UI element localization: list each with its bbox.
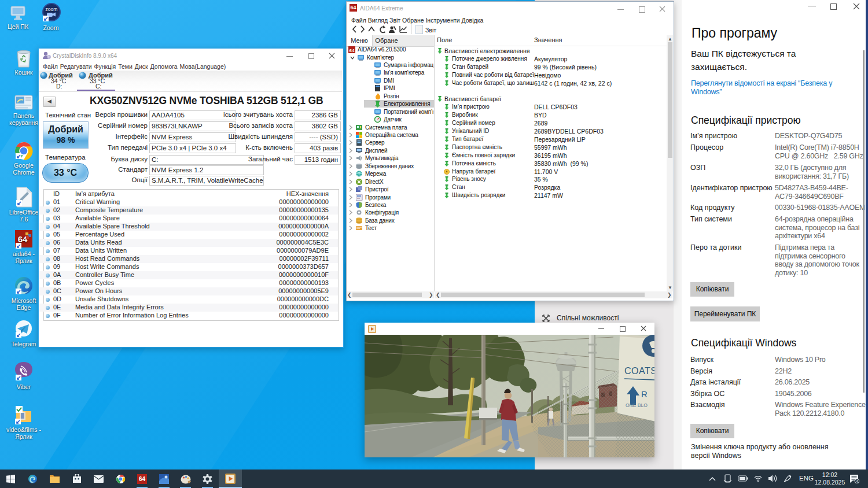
svg-text:zoom: zoom <box>46 6 58 12</box>
svg-text:64: 64 <box>18 234 28 244</box>
svg-text:64: 64 <box>350 48 355 53</box>
svg-text:R: R <box>641 389 648 399</box>
svg-text:ONE BLO: ONE BLO <box>626 402 648 408</box>
svg-text:4: 4 <box>856 479 858 483</box>
svg-text:COATS: COATS <box>624 366 654 376</box>
